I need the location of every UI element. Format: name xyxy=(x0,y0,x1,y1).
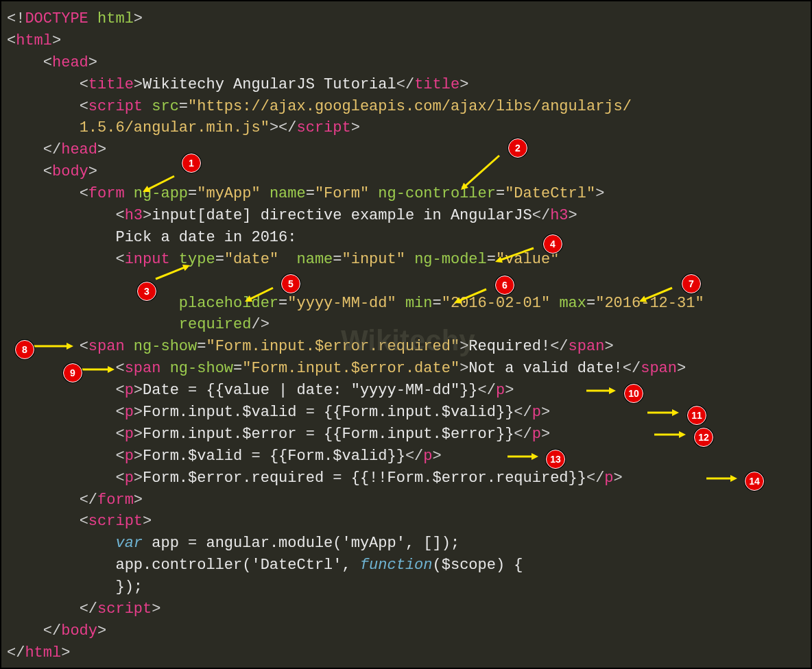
code-block: <!DOCTYPE html><html> <head> <title>Wiki… xyxy=(7,8,805,664)
code-line: </body> xyxy=(7,620,805,642)
annotation-badge-7: 7 xyxy=(682,274,701,293)
code-line: <form ng-app="myApp" name="Form" ng-cont… xyxy=(7,183,805,205)
annotation-badge-5: 5 xyxy=(281,274,300,293)
code-line: 1.5.6/angular.min.js"></script> xyxy=(7,117,805,139)
annotation-badge-13: 13 xyxy=(546,450,565,469)
code-line: <head> xyxy=(7,52,805,74)
code-line: <span ng-show="Form.input.$error.require… xyxy=(7,336,805,358)
code-line: <span ng-show="Form.input.$error.date">N… xyxy=(7,358,805,380)
code-line: <script src="https://ajax.googleapis.com… xyxy=(7,96,805,118)
code-line: <p>Form.input.$valid = {{Form.input.$val… xyxy=(7,402,805,424)
annotation-badge-10: 10 xyxy=(624,384,643,403)
code-line: <p>Date = {{value | date: "yyyy-MM-dd"}}… xyxy=(7,380,805,402)
code-line: placeholder="yyyy-MM-dd" min="2016-02-01… xyxy=(7,293,805,315)
code-line: <p>Form.$valid = {{Form.$valid}}</p> xyxy=(7,446,805,467)
annotation-badge-8: 8 xyxy=(15,340,34,359)
code-line: <body> xyxy=(7,161,805,183)
code-line: <h3>input[date] directive example in Ang… xyxy=(7,205,805,227)
code-line: <p>Form.$error.required = {{!!Form.$erro… xyxy=(7,467,805,489)
code-line: <input type="date" name="input" ng-model… xyxy=(7,249,805,271)
code-line: </head> xyxy=(7,139,805,161)
code-line: <html> xyxy=(7,30,805,52)
annotation-badge-11: 11 xyxy=(687,406,706,425)
code-line: </form> xyxy=(7,489,805,511)
code-line: </script> xyxy=(7,598,805,620)
code-line: required/> xyxy=(7,314,805,336)
code-editor: Wikitechy <!DOCTYPE html><html> <head> <… xyxy=(0,0,812,669)
annotation-badge-6: 6 xyxy=(495,276,514,295)
code-line: var app = angular.module('myApp', []); xyxy=(7,533,805,555)
annotation-badge-1: 1 xyxy=(182,154,201,173)
annotation-badge-3: 3 xyxy=(137,282,156,301)
code-line: app.controller('DateCtrl', function($sco… xyxy=(7,555,805,576)
annotation-badge-12: 12 xyxy=(694,428,713,447)
annotation-badge-2: 2 xyxy=(508,138,527,158)
code-line: Pick a date in 2016: xyxy=(7,227,805,249)
code-line: <!DOCTYPE html> xyxy=(7,8,805,30)
code-line: }); xyxy=(7,576,805,598)
annotation-badge-4: 4 xyxy=(543,234,562,254)
code-line: <p>Form.input.$error = {{Form.input.$err… xyxy=(7,424,805,446)
code-line: <script> xyxy=(7,511,805,533)
annotation-badge-14: 14 xyxy=(745,472,764,491)
annotation-badge-9: 9 xyxy=(63,363,82,382)
code-line: <title>Wikitechy AngularJS Tutorial</tit… xyxy=(7,74,805,96)
code-line: </html> xyxy=(7,642,805,664)
